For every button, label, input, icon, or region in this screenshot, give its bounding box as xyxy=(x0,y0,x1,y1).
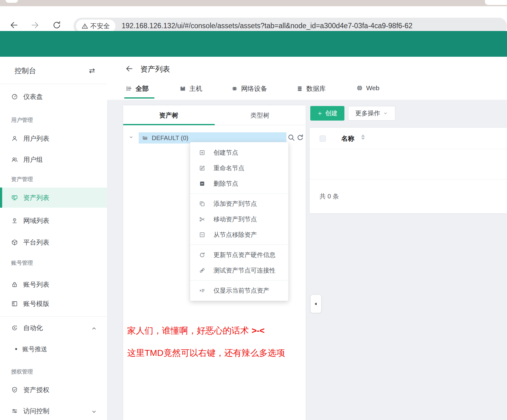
column-header-name[interactable]: 名称 xyxy=(341,134,354,143)
more-actions-button[interactable]: 更多操作 xyxy=(348,106,395,121)
edit-icon xyxy=(199,165,205,171)
cube-icon xyxy=(11,239,18,246)
scissors-icon xyxy=(199,216,205,223)
plus-square-icon xyxy=(199,149,205,156)
sidebar-divider xyxy=(0,316,107,316)
sidebar-section-perms: 授权管理 xyxy=(11,368,33,375)
sidebar-item-domain-list[interactable]: 网域列表 xyxy=(0,211,107,231)
menu-divider xyxy=(190,245,288,245)
menu-item-rename-node[interactable]: 重命名节点 xyxy=(190,160,288,176)
tab-host[interactable]: 主机 xyxy=(179,84,202,93)
database-icon xyxy=(296,85,303,92)
page-back-icon[interactable] xyxy=(125,64,133,73)
tree-refresh-icon[interactable] xyxy=(296,134,304,141)
sidebar-item-asset-perms[interactable]: 资产授权 xyxy=(0,380,107,400)
sidebar-item-account-push[interactable]: 账号推送 xyxy=(0,339,107,359)
switch-view-icon[interactable] xyxy=(88,67,96,75)
sidebar-item-user-list[interactable]: 用户列表 xyxy=(0,129,107,148)
screen: 不安全 192.168.126.132/ui/#/console/assets/… xyxy=(0,0,507,420)
sidebar-section-users: 用户管理 xyxy=(11,116,33,124)
link-icon xyxy=(199,267,205,274)
table-total-count: 共 0 条 xyxy=(320,192,339,201)
users-icon xyxy=(11,156,18,163)
sidebar-section-assets: 资产管理 xyxy=(11,175,33,183)
host-box-icon xyxy=(179,85,186,92)
page-title: 资产列表 xyxy=(140,64,170,74)
menu-item-move-assets-to-node[interactable]: 移动资产到节点 xyxy=(190,211,288,227)
shield-check-icon xyxy=(11,387,18,393)
menu-item-remove-assets-from-node[interactable]: 从节点移除资产 xyxy=(190,227,288,242)
security-label: 不安全 xyxy=(90,22,110,30)
browser-tab-strip xyxy=(0,0,507,6)
table-header-divider xyxy=(310,149,507,149)
browser-tab[interactable] xyxy=(6,0,18,3)
tab-database[interactable]: 数据库 xyxy=(296,84,326,93)
create-button[interactable]: 创建 xyxy=(310,106,344,121)
tab-all[interactable]: 全部 xyxy=(126,84,149,93)
automation-icon xyxy=(11,325,18,331)
chip-icon xyxy=(231,85,238,92)
asset-table-panel xyxy=(310,128,507,213)
menu-divider xyxy=(190,193,288,194)
menu-divider xyxy=(190,280,288,281)
back-icon[interactable] xyxy=(9,20,19,30)
menu-item-test-connectivity[interactable]: 测试资产节点可连接性 xyxy=(190,263,288,278)
tree-search-icon[interactable] xyxy=(287,134,295,141)
plus-icon xyxy=(317,111,323,116)
warning-icon xyxy=(82,23,88,29)
security-chip[interactable]: 不安全 xyxy=(76,20,115,33)
select-all-checkbox[interactable] xyxy=(320,135,326,142)
active-tab-underline xyxy=(124,97,155,99)
sidebar-item-account-template[interactable]: 账号模版 xyxy=(0,294,107,314)
sidebar-divider xyxy=(0,84,107,84)
dashboard-icon xyxy=(11,93,18,100)
app-header: JumpServer xyxy=(0,31,507,57)
sliders-icon xyxy=(11,408,18,414)
tree-node-label: DEFAULT (0) xyxy=(152,135,188,142)
chevron-down-icon xyxy=(91,408,97,415)
menu-item-delete-node[interactable]: 删除节点 xyxy=(190,176,288,191)
tab-network-device[interactable]: 网络设备 xyxy=(231,84,267,93)
folder-open-icon xyxy=(142,135,148,141)
browser-tab-right[interactable] xyxy=(485,0,507,5)
menu-item-add-assets-to-node[interactable]: 添加资产到节点 xyxy=(190,196,288,211)
monitor-icon xyxy=(11,194,18,201)
bullet-icon xyxy=(15,348,17,350)
sidebar-item-user-groups[interactable]: 用户组 xyxy=(0,150,107,170)
tree-active-tab-underline xyxy=(123,124,215,125)
menu-item-show-current-node-assets[interactable]: 仅显示当前节点资产 xyxy=(190,283,288,298)
template-icon xyxy=(11,300,18,307)
page-header-band xyxy=(107,57,507,100)
sidebar-item-dashboard[interactable]: 仪表盘 xyxy=(0,87,107,107)
sidebar-item-asset-list[interactable]: 资产列表 xyxy=(0,188,107,208)
refresh-icon xyxy=(199,252,205,258)
user-icon xyxy=(11,135,18,142)
sort-caret-icon[interactable] xyxy=(361,135,365,140)
sidebar-title: 控制台 xyxy=(15,66,36,76)
tree-context-menu: 创建节点 重命名节点 删除节点 添加资产到节点 移动资产到节点 从节点移除资产 … xyxy=(190,142,289,301)
tab-web[interactable]: Web xyxy=(356,84,379,92)
sidebar-section-accounts: 账号管理 xyxy=(11,259,33,267)
url-text[interactable]: 192.168.126.132/ui/#/console/assets/asse… xyxy=(122,22,412,30)
annotation-line-2: 这里TMD竟然可以右键，还有辣么多选项 xyxy=(127,347,285,359)
minus-square-filled-icon xyxy=(199,180,205,187)
chevron-up-icon xyxy=(91,325,97,332)
tab-type-tree[interactable]: 类型树 xyxy=(250,111,270,120)
reload-icon[interactable] xyxy=(52,20,61,30)
annotation-line-1: 家人们，谁懂啊，好恶心的话术 >-< xyxy=(127,325,265,337)
tree-collapse-handle[interactable] xyxy=(310,294,321,313)
tree-expand-chevron-icon[interactable] xyxy=(128,135,134,140)
table-row-divider xyxy=(310,179,507,179)
map-pin-icon xyxy=(11,217,18,224)
tab-asset-tree[interactable]: 资产树 xyxy=(159,111,178,120)
sidebar-item-account-list[interactable]: 账号列表 xyxy=(0,275,107,294)
copy-icon xyxy=(199,201,205,207)
forward-icon[interactable] xyxy=(30,20,40,30)
browser-toolbar: 不安全 192.168.126.132/ui/#/console/assets/… xyxy=(0,6,507,31)
sidebar-item-access-control[interactable]: 访问控制 xyxy=(0,401,107,420)
sidebar-item-automation[interactable]: 自动化 xyxy=(0,318,107,338)
menu-item-create-node[interactable]: 创建节点 xyxy=(190,145,288,160)
sidebar-item-platform-list[interactable]: 平台列表 xyxy=(0,232,107,252)
menu-item-update-hardware-info[interactable]: 更新节点资产硬件信息 xyxy=(190,247,288,263)
chevron-down-icon xyxy=(383,111,388,116)
